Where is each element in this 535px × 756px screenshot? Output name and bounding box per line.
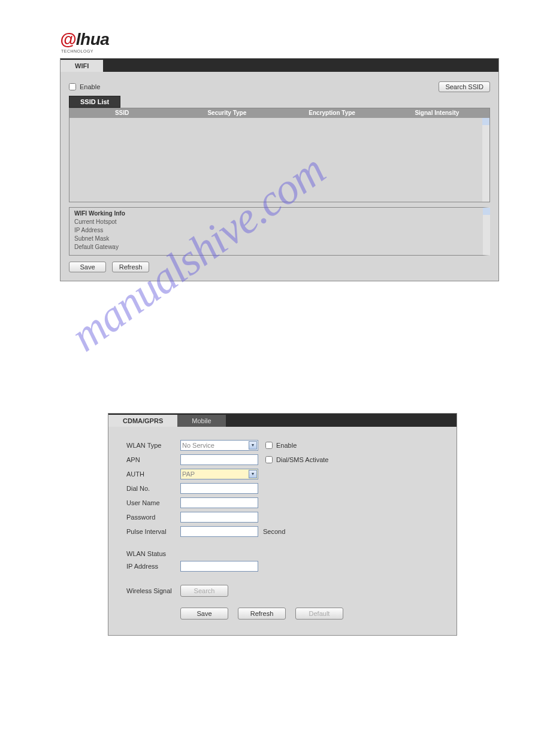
label-wireless-signal: Wireless Signal — [126, 587, 180, 594]
tab-wifi[interactable]: WIFI — [61, 60, 103, 72]
dial-sms-checkbox[interactable]: Dial/SMS Activate — [265, 456, 328, 463]
cdma-panel: CDMA/GPRS Mobile WLAN Type ▾ Enable APN — [108, 413, 457, 636]
dial-sms-label: Dial/SMS Activate — [276, 456, 328, 463]
wifi-save-button[interactable]: Save — [69, 262, 106, 272]
working-info-hotspot: Current Hotspot — [74, 218, 478, 225]
cdma-refresh-button[interactable]: Refresh — [238, 608, 286, 620]
label-wlan-status: WLAN Status — [126, 550, 180, 557]
col-ssid: SSID — [69, 108, 174, 118]
logo-name: lhua — [76, 30, 110, 48]
label-auth: AUTH — [126, 470, 180, 478]
pulse-unit: Second — [263, 528, 285, 535]
label-user-name: User Name — [126, 499, 180, 506]
auth-select[interactable]: ▾ — [180, 469, 258, 479]
wifi-working-info: WIFI Working Info Current Hotspot IP Add… — [69, 207, 490, 256]
wireless-search-button[interactable]: Search — [180, 585, 228, 597]
wifi-tabbar: WIFI — [61, 59, 498, 72]
chevron-down-icon[interactable]: ▾ — [249, 470, 257, 478]
pulse-interval-input[interactable] — [180, 526, 258, 537]
col-security-type: Security Type — [174, 108, 279, 118]
dial-sms-input[interactable] — [265, 456, 273, 463]
scrollbar-thumb[interactable] — [483, 208, 490, 215]
cdma-tabbar: CDMA/GPRS Mobile — [108, 414, 457, 427]
col-signal-intensity: Signal Intensity — [385, 108, 489, 118]
cdma-default-button[interactable]: Default — [295, 608, 343, 620]
label-ip-address: IP Address — [126, 563, 180, 570]
label-apn: APN — [126, 456, 180, 463]
cdma-enable-label: Enable — [276, 442, 297, 449]
wifi-panel: WIFI Enable Search SSID SSID List SSID S… — [60, 58, 499, 281]
wlan-type-value[interactable] — [180, 440, 258, 451]
label-wlan-type: WLAN Type — [126, 442, 180, 449]
logo-subtitle: TECHNOLOGY — [61, 49, 511, 53]
ip-address-input[interactable] — [180, 561, 258, 572]
label-password: Password — [126, 514, 180, 521]
enable-wifi-label: Enable — [80, 83, 100, 90]
password-input[interactable] — [180, 512, 258, 523]
working-info-gateway: Default Gateway — [74, 244, 478, 250]
search-ssid-button[interactable]: Search SSID — [439, 81, 490, 92]
ssid-table: SSID Security Type Encryption Type Signa… — [69, 108, 490, 202]
ssid-list-tab[interactable]: SSID List — [69, 96, 120, 108]
label-dial-no: Dial No. — [126, 485, 180, 492]
tab-cdma-gprs[interactable]: CDMA/GPRS — [108, 415, 177, 427]
logo-symbol: @ — [60, 30, 76, 48]
working-info-ip: IP Address — [74, 227, 478, 233]
chevron-down-icon[interactable]: ▾ — [249, 441, 257, 450]
auth-value[interactable] — [180, 469, 258, 479]
apn-input[interactable] — [180, 454, 258, 465]
cdma-save-button[interactable]: Save — [180, 608, 228, 620]
tab-mobile[interactable]: Mobile — [177, 415, 225, 427]
user-name-input[interactable] — [180, 497, 258, 508]
label-pulse-interval: Pulse Interval — [126, 528, 180, 535]
wlan-type-select[interactable]: ▾ — [180, 440, 258, 451]
logo: @lhua TECHNOLOGY — [60, 30, 511, 53]
ssid-table-body[interactable] — [69, 118, 489, 202]
enable-wifi-input[interactable] — [69, 83, 76, 90]
wifi-refresh-button[interactable]: Refresh — [112, 262, 149, 272]
cdma-enable-input[interactable] — [265, 442, 273, 449]
col-encryption-type: Encryption Type — [280, 108, 385, 118]
scrollbar-thumb[interactable] — [482, 118, 489, 125]
cdma-enable-checkbox[interactable]: Enable — [265, 442, 297, 449]
working-info-title: WIFI Working Info — [74, 210, 478, 217]
dial-no-input[interactable] — [180, 483, 258, 494]
working-info-subnet: Subnet Mask — [74, 235, 478, 242]
enable-wifi-checkbox[interactable]: Enable — [69, 83, 100, 90]
